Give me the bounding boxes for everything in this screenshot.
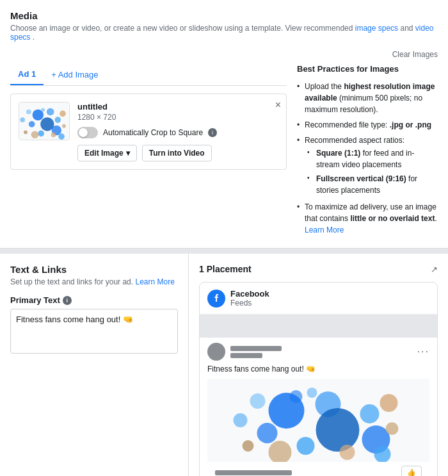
facebook-preview: Facebook Feeds <box>199 282 438 476</box>
fb-username-blur <box>230 346 282 351</box>
fb-cta-bar: 👍 <box>207 462 429 476</box>
fb-post: ··· Fitness fans come hang out! 🤜 <box>200 338 437 476</box>
primary-text-input[interactable] <box>10 309 178 354</box>
image-actions: Edit Image ▾ Turn into Video <box>77 145 278 161</box>
best-practices-subitem-2: Fullscreen vertical (9:16) for stories p… <box>307 172 438 197</box>
media-subtitle: Choose an image or video, or create a ne… <box>10 24 438 42</box>
fb-platform-name: Facebook <box>230 289 269 299</box>
media-title: Media <box>10 10 438 21</box>
best-practices-item-2: Recommended file type: .jpg or .png <box>297 117 438 133</box>
svg-point-21 <box>316 408 360 452</box>
svg-point-22 <box>360 404 380 423</box>
text-links-learn-more[interactable]: Learn More <box>135 277 174 286</box>
clear-images-link[interactable]: Clear Images <box>392 50 438 59</box>
fb-more-options[interactable]: ··· <box>417 346 429 357</box>
svg-point-20 <box>257 423 278 443</box>
turn-into-video-button[interactable]: Turn into Video <box>142 145 212 161</box>
svg-point-5 <box>54 117 61 123</box>
svg-point-33 <box>374 446 391 462</box>
best-practices-list: Upload the highest resolution image avai… <box>297 79 438 238</box>
svg-point-13 <box>62 124 66 128</box>
fb-logo-icon <box>207 290 225 308</box>
svg-point-11 <box>51 132 56 137</box>
text-links-title: Text & Links <box>10 264 178 275</box>
svg-point-8 <box>38 131 44 137</box>
fb-platform-info: Facebook Feeds <box>230 289 269 308</box>
bottom-section: Text & Links Set up the text and links f… <box>0 251 448 476</box>
svg-point-25 <box>297 437 315 455</box>
text-links-panel: Text & Links Set up the text and links f… <box>0 254 189 476</box>
fb-avatar-row <box>207 343 282 361</box>
crop-label: Automatically Crop to Square <box>103 128 203 137</box>
primary-text-label: Primary Text i <box>10 295 178 305</box>
svg-point-6 <box>26 110 31 115</box>
placement-header: 1 Placement ↗ <box>199 264 438 274</box>
fb-post-avatar <box>207 343 225 361</box>
image-info: untitled 1280 × 720 Automatically Crop t… <box>77 102 278 161</box>
svg-point-10 <box>31 131 39 138</box>
svg-point-15 <box>20 117 25 122</box>
svg-point-28 <box>340 445 355 460</box>
svg-point-3 <box>29 121 35 127</box>
best-practices-item-4: To maximize ad delivery, use an image th… <box>297 199 438 238</box>
fb-timestamp-blur <box>230 353 262 358</box>
image-thumbnail <box>19 102 70 140</box>
fb-post-header: ··· <box>207 343 429 361</box>
image-specs-link[interactable]: image specs <box>355 24 398 33</box>
edit-image-button[interactable]: Edit Image ▾ <box>77 145 137 161</box>
learn-more-link[interactable]: Learn More <box>305 226 344 234</box>
best-practices-subitem-1: Square (1:1) for feed and in-stream vide… <box>307 146 438 172</box>
fb-thumbs-up-icon[interactable]: 👍 <box>401 466 422 476</box>
svg-point-16 <box>58 133 65 140</box>
crop-toggle[interactable] <box>77 127 98 138</box>
placement-panel: 1 Placement ↗ Facebook Feeds <box>189 254 448 476</box>
fb-header: Facebook Feeds <box>200 283 437 315</box>
placement-title: 1 Placement <box>199 264 252 274</box>
svg-point-26 <box>380 394 398 412</box>
fb-post-image <box>207 379 429 462</box>
text-links-subtitle: Set up the text and links for your ad. L… <box>10 277 178 286</box>
image-dimensions: 1280 × 720 <box>77 113 278 122</box>
placement-expand-icon[interactable]: ↗ <box>431 265 438 274</box>
fb-banner-area <box>200 315 437 338</box>
best-practices-title: Best Practices for Images <box>297 64 438 74</box>
svg-point-30 <box>386 422 399 435</box>
close-image-button[interactable]: × <box>275 99 281 111</box>
best-practices-item-1: Upload the highest resolution image avai… <box>297 79 438 117</box>
add-image-button[interactable]: + Add Image <box>44 65 106 85</box>
svg-point-23 <box>250 393 266 409</box>
fb-post-user-info <box>230 346 282 358</box>
svg-point-9 <box>60 111 66 117</box>
crop-info-icon[interactable]: i <box>208 128 217 137</box>
svg-point-14 <box>41 108 45 112</box>
dropdown-arrow-icon: ▾ <box>126 149 130 158</box>
tab-ad1[interactable]: Ad 1 <box>10 64 44 85</box>
svg-point-2 <box>47 108 54 116</box>
primary-text-info-icon[interactable]: i <box>63 296 72 305</box>
svg-point-31 <box>307 388 317 398</box>
best-practices-panel: Best Practices for Images Upload the hig… <box>297 64 438 238</box>
svg-point-32 <box>234 413 248 427</box>
svg-point-34 <box>290 390 303 403</box>
best-practices-item-3: Recommended aspect ratios: Square (1:1) … <box>297 133 438 199</box>
fb-post-text: Fitness fans come hang out! 🤜 <box>207 365 429 373</box>
fb-feed-label: Feeds <box>230 299 269 308</box>
svg-point-29 <box>243 440 254 452</box>
image-name: untitled <box>77 102 278 111</box>
crop-toggle-row: Automatically Crop to Square i <box>77 127 278 138</box>
image-card: untitled 1280 × 720 Automatically Crop t… <box>10 94 287 170</box>
svg-point-12 <box>24 131 28 135</box>
fb-cta-blur-1 <box>215 470 292 475</box>
ad-tabs: Ad 1 + Add Image <box>10 64 287 86</box>
